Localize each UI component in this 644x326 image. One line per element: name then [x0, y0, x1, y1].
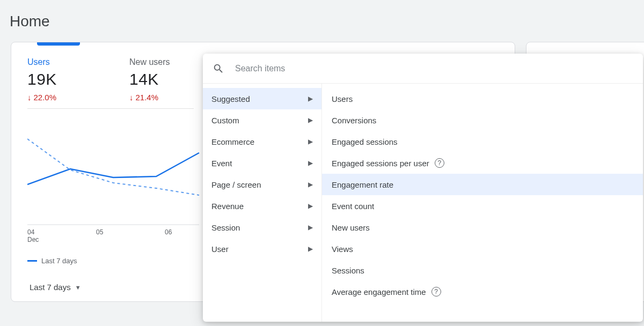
- info-icon[interactable]: ?: [435, 158, 444, 168]
- metric-new-users[interactable]: New users 14K ↓ 21.4%: [129, 57, 183, 102]
- page-title: Home: [0, 0, 644, 40]
- category-event[interactable]: Event ▶: [203, 152, 321, 174]
- x-tick: 05: [96, 228, 104, 236]
- category-page-screen[interactable]: Page / screen ▶: [203, 174, 321, 195]
- metric-value: 14K: [129, 70, 183, 88]
- metric-change: ↓ 22.0%: [27, 93, 81, 102]
- item-label: Conversions: [332, 116, 376, 125]
- item-label: New users: [332, 223, 370, 232]
- date-range-dropdown[interactable]: Last 7 days ▼: [30, 283, 81, 292]
- metric-item-engagement-rate[interactable]: Engagement rate: [322, 174, 643, 195]
- chart: 04 Dec 05 06 Last 7 days: [27, 134, 210, 273]
- search-input[interactable]: [235, 64, 633, 73]
- category-label: Revenue: [211, 202, 244, 211]
- metric-title: New users: [129, 57, 183, 67]
- item-label: Views: [332, 244, 353, 254]
- chevron-right-icon: ▶: [308, 202, 313, 210]
- down-arrow-icon: ↓: [129, 93, 134, 101]
- popover-panels: Suggested ▶ Custom ▶ Ecommerce ▶ Event ▶…: [203, 84, 643, 322]
- item-label: Users: [332, 94, 353, 103]
- x-tick-month: Dec: [27, 236, 39, 243]
- metric-item-conversions[interactable]: Conversions: [322, 109, 643, 131]
- metric-item-users[interactable]: Users: [322, 88, 643, 109]
- category-label: Ecommerce: [211, 137, 254, 146]
- item-label: Engagement rate: [332, 180, 393, 189]
- chevron-right-icon: ▶: [308, 245, 313, 253]
- metric-value: 19K: [27, 70, 81, 88]
- category-label: Suggested: [211, 94, 250, 103]
- metric-change-value: 21.4%: [136, 93, 159, 102]
- item-label: Engaged sessions per user: [332, 159, 429, 168]
- chevron-right-icon: ▶: [308, 138, 313, 145]
- down-arrow-icon: ↓: [27, 93, 32, 101]
- item-label: Average engagement time: [332, 287, 426, 297]
- metric-item-event-count[interactable]: Event count: [322, 195, 643, 217]
- category-session[interactable]: Session ▶: [203, 217, 321, 238]
- metric-picker-popover: Suggested ▶ Custom ▶ Ecommerce ▶ Event ▶…: [203, 54, 643, 322]
- info-icon[interactable]: ?: [431, 287, 441, 297]
- category-label: User: [211, 244, 229, 254]
- metric-item-avg-engagement-time[interactable]: Average engagement time ?: [322, 281, 643, 302]
- search-row: [203, 54, 643, 84]
- category-label: Event: [211, 159, 232, 168]
- chart-series-current: [27, 153, 199, 184]
- category-column: Suggested ▶ Custom ▶ Ecommerce ▶ Event ▶…: [203, 84, 322, 322]
- search-icon: [213, 63, 224, 75]
- metric-title: Users: [27, 57, 81, 67]
- category-label: Custom: [211, 116, 239, 125]
- metric-change-value: 22.0%: [34, 93, 57, 102]
- chevron-right-icon: ▶: [308, 181, 313, 188]
- chevron-right-icon: ▶: [308, 224, 313, 231]
- chevron-right-icon: ▶: [308, 95, 313, 102]
- category-custom[interactable]: Custom ▶: [203, 109, 321, 131]
- metric-item-views[interactable]: Views: [322, 238, 643, 260]
- metric-item-sessions[interactable]: Sessions: [322, 260, 643, 281]
- chevron-right-icon: ▶: [308, 116, 313, 124]
- item-label: Sessions: [332, 266, 364, 275]
- item-label: Engaged sessions: [332, 137, 398, 146]
- chevron-right-icon: ▶: [308, 159, 313, 167]
- item-label: Event count: [332, 202, 374, 211]
- chart-svg: 04 Dec 05 06: [27, 134, 210, 246]
- metric-item-engaged-sessions-per-user[interactable]: Engaged sessions per user ?: [322, 152, 643, 174]
- divider: [27, 108, 194, 109]
- legend-swatch-icon: [27, 260, 37, 262]
- range-label: Last 7 days: [30, 283, 71, 292]
- x-tick: 04: [27, 228, 35, 236]
- metric-change: ↓ 21.4%: [129, 93, 183, 102]
- metric-item-new-users[interactable]: New users: [322, 217, 643, 238]
- metric-item-engaged-sessions[interactable]: Engaged sessions: [322, 131, 643, 152]
- chevron-down-icon: ▼: [75, 284, 81, 291]
- x-tick: 06: [165, 228, 172, 236]
- metrics-column: Users Conversions Engaged sessions Engag…: [322, 84, 643, 322]
- category-label: Page / screen: [211, 180, 261, 189]
- category-user[interactable]: User ▶: [203, 238, 321, 260]
- metric-users[interactable]: Users 19K ↓ 22.0%: [27, 57, 81, 102]
- category-revenue[interactable]: Revenue ▶: [203, 195, 321, 217]
- chart-legend: Last 7 days: [27, 257, 210, 265]
- category-suggested[interactable]: Suggested ▶: [203, 88, 321, 109]
- legend-label: Last 7 days: [41, 257, 77, 265]
- category-ecommerce[interactable]: Ecommerce ▶: [203, 131, 321, 152]
- category-label: Session: [211, 223, 240, 232]
